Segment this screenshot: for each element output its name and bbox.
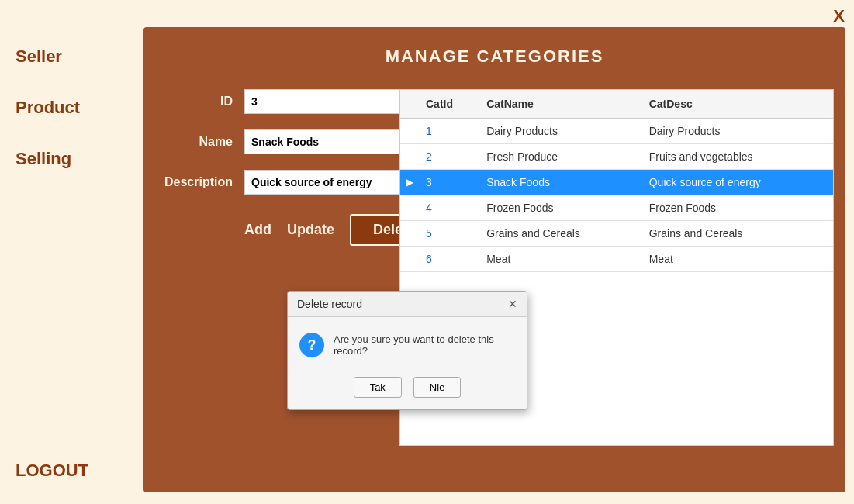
id-input[interactable]	[244, 89, 407, 114]
col-catid: CatId	[420, 90, 480, 119]
row-arrow	[400, 195, 420, 221]
row-catname: Frozen Foods	[480, 195, 643, 221]
sidebar-item-seller[interactable]: Seller	[0, 31, 143, 82]
row-arrow: ▶	[400, 170, 420, 195]
button-row: Add Update Delete	[244, 214, 407, 246]
table-row[interactable]: ▶3Snack FoodsQuick source of energy	[400, 170, 833, 195]
row-catname: Dairy Products	[480, 119, 643, 144]
row-catname: Meat	[480, 247, 643, 272]
row-catname: Fresh Produce	[480, 144, 643, 170]
row-catname: Snack Foods	[480, 170, 643, 195]
dialog-message: Are you sure you want to delete this rec…	[334, 333, 515, 357]
update-button[interactable]: Update	[287, 222, 334, 238]
desc-input[interactable]	[244, 170, 407, 195]
dialog-title: Delete record	[297, 298, 362, 310]
name-row: Name	[159, 129, 407, 154]
col-arrow	[400, 90, 420, 119]
row-catdesc: Frozen Foods	[643, 195, 833, 221]
table-row[interactable]: 5Grains and CerealsGrains and Cereals	[400, 221, 833, 247]
col-catname: CatName	[480, 90, 643, 119]
panel-title: MANAGE CATEGORIES	[143, 27, 845, 82]
sidebar-item-selling[interactable]: Selling	[0, 133, 143, 185]
form-area: ID Name Description Add Update Delete	[159, 89, 407, 246]
desc-row: Description	[159, 170, 407, 195]
row-catdesc: Dairy Products	[643, 119, 833, 144]
row-catdesc: Quick source of energy	[643, 170, 833, 195]
dialog-no-button[interactable]: Nie	[413, 377, 462, 398]
delete-dialog: Delete record ✕ ? Are you sure you want …	[287, 291, 527, 410]
table-row[interactable]: 4Frozen FoodsFrozen Foods	[400, 195, 833, 221]
dialog-close-button[interactable]: ✕	[508, 298, 517, 310]
row-catid: 5	[420, 221, 480, 247]
dialog-header: Delete record ✕	[288, 292, 527, 317]
add-button[interactable]: Add	[244, 222, 271, 238]
close-button[interactable]: X	[833, 6, 845, 26]
sidebar: Seller Product Selling LOGOUT	[0, 0, 143, 504]
row-catid: 2	[420, 144, 480, 170]
dialog-footer: Tak Nie	[288, 369, 527, 409]
row-arrow	[400, 221, 420, 247]
categories-table: CatId CatName CatDesc 1Dairy ProductsDai…	[400, 90, 833, 272]
name-label: Name	[159, 135, 244, 149]
dialog-body: ? Are you sure you want to delete this r…	[288, 317, 527, 369]
table-header-row: CatId CatName CatDesc	[400, 90, 833, 119]
table-row[interactable]: 2Fresh ProduceFruits and vegetables	[400, 144, 833, 170]
table-row[interactable]: 6MeatMeat	[400, 247, 833, 272]
row-catid: 6	[420, 247, 480, 272]
row-catname: Grains and Cereals	[480, 221, 643, 247]
desc-label: Description	[159, 175, 244, 189]
sidebar-item-product[interactable]: Product	[0, 82, 143, 133]
main-panel: MANAGE CATEGORIES ID Name Description Ad…	[143, 27, 845, 492]
row-arrow	[400, 144, 420, 170]
name-input[interactable]	[244, 129, 407, 154]
row-catdesc: Meat	[643, 247, 833, 272]
table-row[interactable]: 1Dairy ProductsDairy Products	[400, 119, 833, 144]
sidebar-item-logout[interactable]: LOGOUT	[16, 461, 88, 481]
id-row: ID	[159, 89, 407, 114]
row-catid: 4	[420, 195, 480, 221]
row-catid: 1	[420, 119, 480, 144]
dialog-yes-button[interactable]: Tak	[354, 377, 402, 398]
row-catdesc: Grains and Cereals	[643, 221, 833, 247]
row-arrow	[400, 247, 420, 272]
col-catdesc: CatDesc	[643, 90, 833, 119]
row-catdesc: Fruits and vegetables	[643, 144, 833, 170]
dialog-question-icon: ?	[299, 333, 324, 357]
row-arrow	[400, 119, 420, 144]
row-catid: 3	[420, 170, 480, 195]
id-label: ID	[159, 95, 244, 109]
